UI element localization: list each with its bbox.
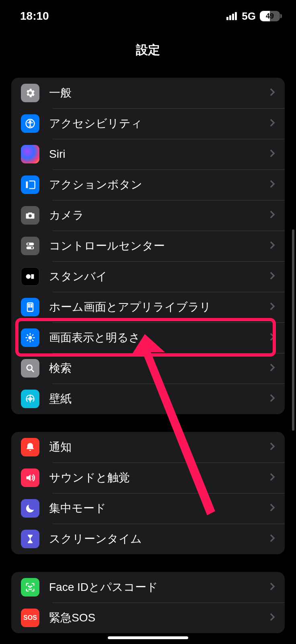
svg-point-1: [29, 121, 31, 122]
network-label: 5G: [242, 10, 256, 23]
chevron-right-icon: [269, 302, 275, 312]
row-control-center[interactable]: コントロールセンター: [11, 231, 285, 261]
row-label: スクリーンタイム: [49, 531, 269, 547]
wallpaper-icon: [21, 390, 39, 408]
home-indicator[interactable]: [108, 636, 188, 639]
row-label: 緊急SOS: [49, 610, 269, 625]
chevron-right-icon: [269, 332, 275, 343]
row-label: カメラ: [49, 208, 269, 223]
status-right: 5G 49: [226, 10, 280, 23]
chevron-right-icon: [269, 503, 275, 514]
chevron-right-icon: [269, 210, 275, 221]
row-sos[interactable]: SOS 緊急SOS: [11, 603, 285, 633]
row-label: スタンバイ: [49, 269, 269, 284]
row-sounds[interactable]: サウンドと触覚: [11, 462, 285, 493]
moon-icon: [21, 499, 39, 518]
row-face-id[interactable]: Face IDとパスコード: [11, 572, 285, 603]
svg-rect-11: [31, 304, 32, 305]
chevron-right-icon: [269, 613, 275, 623]
standby-icon: [21, 267, 39, 286]
status-bar: 18:10 5G 49: [0, 0, 296, 32]
chevron-right-icon: [269, 442, 275, 452]
page-title: 設定: [0, 32, 296, 78]
row-label: 画面表示と明るさ: [49, 330, 269, 345]
row-label: アクセシビリティ: [49, 116, 269, 131]
chevron-right-icon: [269, 534, 275, 544]
signal-icon: [226, 12, 237, 20]
accessibility-icon: [21, 114, 39, 133]
svg-rect-10: [29, 304, 29, 305]
gear-icon: [21, 84, 39, 102]
row-focus[interactable]: 集中モード: [11, 493, 285, 524]
chevron-right-icon: [269, 473, 275, 483]
action-button-icon: [21, 175, 39, 194]
camera-icon: [21, 206, 39, 225]
row-display[interactable]: 画面表示と明るさ: [11, 322, 285, 353]
settings-group-2: 通知 サウンドと触覚 集中モード スクリーンタイム: [11, 432, 285, 554]
svg-point-5: [27, 243, 29, 245]
scroll-indicator[interactable]: [292, 229, 294, 431]
svg-rect-8: [31, 274, 34, 279]
chevron-right-icon: [269, 241, 275, 251]
svg-point-14: [28, 336, 32, 339]
svg-point-2: [29, 214, 31, 217]
row-label: サウンドと触覚: [49, 470, 269, 485]
siri-icon: [21, 145, 39, 163]
row-home-screen[interactable]: ホーム画面とアプリライブラリ: [11, 292, 285, 322]
row-accessibility[interactable]: アクセシビリティ: [11, 108, 285, 139]
row-label: 集中モード: [49, 501, 269, 516]
search-icon: [21, 359, 39, 378]
row-search[interactable]: 検索: [11, 353, 285, 384]
row-label: コントロールセンター: [49, 238, 269, 254]
face-id-icon: [21, 578, 39, 597]
chevron-right-icon: [269, 180, 275, 190]
row-notifications[interactable]: 通知: [11, 432, 285, 462]
svg-rect-12: [29, 306, 29, 307]
settings-group-1: 一般 アクセシビリティ Siri アクションボタン カメラ コントロールセンター: [11, 78, 285, 414]
chevron-right-icon: [269, 363, 275, 374]
row-label: 壁紙: [49, 391, 269, 407]
chevron-right-icon: [269, 88, 275, 98]
row-label: アクションボタン: [49, 177, 269, 192]
svg-point-6: [31, 247, 33, 249]
row-label: ホーム画面とアプリライブラリ: [49, 299, 269, 315]
sos-icon: SOS: [21, 609, 39, 627]
row-wallpaper[interactable]: 壁紙: [11, 384, 285, 414]
row-screen-time[interactable]: スクリーンタイム: [11, 524, 285, 554]
row-camera[interactable]: カメラ: [11, 200, 285, 231]
svg-point-18: [31, 586, 32, 587]
row-label: 一般: [49, 85, 269, 101]
status-time: 18:10: [20, 10, 49, 23]
settings-group-3: Face IDとパスコード SOS 緊急SOS: [11, 572, 285, 633]
row-action-button[interactable]: アクションボタン: [11, 169, 285, 200]
row-label: Face IDとパスコード: [49, 580, 269, 595]
row-general[interactable]: 一般: [11, 78, 285, 108]
row-label: 検索: [49, 361, 269, 376]
row-siri[interactable]: Siri: [11, 139, 285, 169]
chevron-right-icon: [269, 271, 275, 282]
row-standby[interactable]: スタンバイ: [11, 261, 285, 292]
row-label: 通知: [49, 440, 269, 455]
hourglass-icon: [21, 530, 39, 548]
speaker-icon: [21, 469, 39, 487]
svg-point-17: [29, 586, 29, 587]
control-center-icon: [21, 237, 39, 255]
row-label: Siri: [49, 148, 269, 161]
chevron-right-icon: [269, 149, 275, 159]
svg-rect-13: [31, 306, 32, 307]
bell-icon: [21, 438, 39, 456]
svg-point-7: [26, 274, 31, 279]
chevron-right-icon: [269, 118, 275, 129]
battery-icon: 49: [260, 11, 280, 21]
chevron-right-icon: [269, 394, 275, 404]
chevron-right-icon: [269, 582, 275, 592]
brightness-icon: [21, 328, 39, 347]
battery-level: 49: [260, 12, 280, 21]
home-screen-icon: [21, 298, 39, 316]
